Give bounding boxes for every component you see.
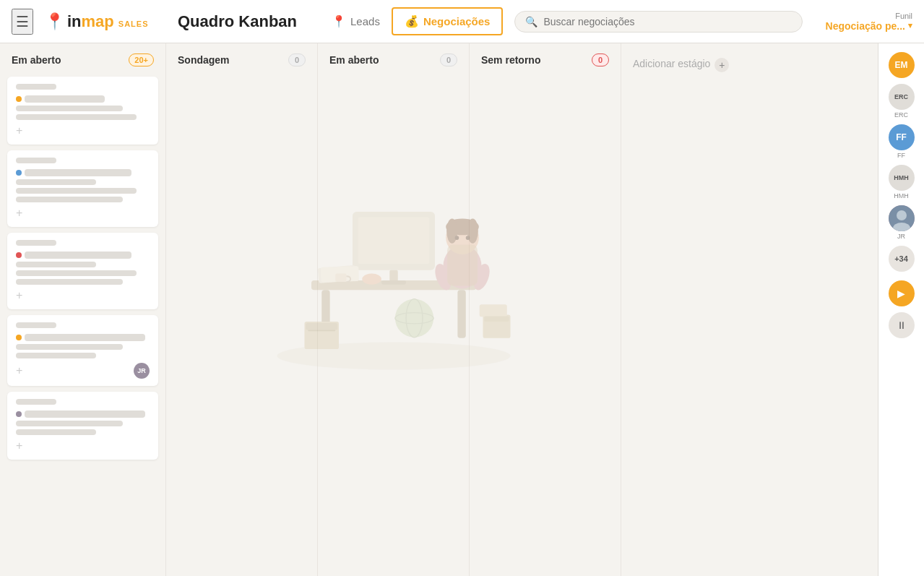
leads-pin-icon: 📍: [332, 14, 346, 28]
search-area: 🔍: [514, 11, 802, 33]
header: ☰ 📍 inmap SALES Quadro Kanban 📍 Leads 💰 …: [0, 0, 924, 43]
card-meta-line: [16, 158, 56, 163]
avatar-circle-ff: FF: [889, 124, 915, 150]
kanban-card[interactable]: +: [7, 392, 158, 460]
card-sub-blur: [16, 262, 96, 267]
column-badge-sondagem: 0: [288, 53, 306, 66]
card-meta-line: [16, 399, 56, 405]
kanban-card[interactable]: +: [7, 150, 158, 227]
card-title-bar: [16, 252, 150, 259]
card-add-icon[interactable]: +: [16, 439, 22, 452]
card-meta: [16, 240, 150, 249]
avatar-img-jr: [889, 205, 915, 231]
kanban-card[interactable]: +: [7, 233, 158, 309]
right-sidebar: EM ERC ERC FF FF HMH HMH JR +34 ▶ ⏸: [878, 43, 924, 576]
card-add-icon[interactable]: +: [16, 124, 22, 137]
tab-negociacoes-label: Negociações: [423, 15, 491, 27]
avatar-ff[interactable]: FF FF: [889, 124, 915, 159]
chevron-down-icon: ▾: [908, 21, 912, 30]
nav-tabs: 📍 Leads 💰 Negociações: [320, 7, 503, 35]
svg-point-19: [466, 236, 470, 240]
svg-point-32: [406, 299, 423, 338]
card-title-bar: [16, 410, 150, 418]
avatar-em[interactable]: EM: [889, 52, 915, 78]
svg-point-18: [455, 236, 459, 240]
column-badge-sem-retorno: 0: [592, 53, 609, 66]
tab-leads[interactable]: 📍 Leads: [320, 9, 392, 34]
column-badge-em-aberto-2: 0: [440, 53, 457, 66]
avatar-circle-hmh: HMH: [889, 165, 915, 191]
menu-button[interactable]: ☰: [12, 9, 33, 35]
card-color-dot: [16, 335, 22, 340]
avatar-label-erc: ERC: [894, 111, 908, 119]
column-header-em-aberto-2: Em aberto 0: [318, 43, 469, 74]
card-footer: + JR: [16, 363, 150, 379]
svg-rect-5: [321, 290, 329, 338]
card-line1: [16, 188, 137, 194]
column-title-sem-retorno: Sem retorno: [481, 54, 540, 66]
avatar-circle-erc: ERC: [889, 84, 915, 110]
avatar-label-ff: FF: [897, 152, 905, 159]
card-add-icon[interactable]: +: [16, 207, 22, 220]
avatar-hmh[interactable]: HMH HMH: [889, 165, 915, 199]
avatar-more-button[interactable]: +34: [889, 246, 915, 272]
pause-button[interactable]: ⏸: [889, 312, 915, 338]
card-name-blur: [25, 334, 145, 341]
funil-label: Funil: [895, 12, 912, 20]
card-sub-blur: [16, 179, 96, 185]
add-stage-button[interactable]: Adicionar estágio +: [621, 48, 751, 82]
logo-text: inmap: [67, 12, 114, 31]
svg-point-30: [395, 299, 433, 338]
svg-point-22: [362, 274, 381, 285]
card-meta-line: [16, 240, 56, 246]
card-line1: [16, 106, 123, 111]
column-title-em-aberto-2: Em aberto: [329, 54, 379, 66]
main-content: Em aberto 20+ +: [0, 43, 878, 576]
search-input[interactable]: [543, 16, 791, 27]
card-name-blur: [25, 95, 105, 103]
play-button[interactable]: ▶: [889, 280, 915, 306]
card-meta: [16, 158, 150, 166]
svg-rect-11: [318, 265, 357, 283]
funil-dropdown[interactable]: Negociação pe... ▾: [826, 20, 912, 32]
column-cards-em-aberto: + +: [0, 74, 165, 576]
card-meta-line: [16, 322, 56, 328]
card-title-bar: [16, 95, 150, 103]
card-color-dot: [16, 252, 22, 258]
card-line1: [16, 421, 123, 426]
tab-negociacoes[interactable]: 💰 Negociações: [392, 7, 504, 35]
kanban-card[interactable]: + JR: [7, 315, 158, 386]
card-add-icon[interactable]: +: [16, 364, 22, 377]
column-em-aberto-2: Em aberto 0: [318, 43, 470, 576]
card-title-bar: [16, 334, 150, 341]
avatar-label-jr: JR: [897, 233, 905, 240]
kanban-card[interactable]: +: [7, 77, 158, 145]
page-title: Quadro Kanban: [178, 12, 297, 31]
logo-area: 📍 inmap SALES: [45, 12, 160, 31]
column-header-em-aberto: Em aberto 20+: [0, 43, 165, 74]
card-add-icon[interactable]: +: [16, 289, 22, 302]
svg-rect-10: [381, 280, 406, 285]
column-title-sondagem: Sondagem: [178, 54, 230, 66]
card-meta: [16, 399, 150, 408]
avatar-erc[interactable]: ERC ERC: [889, 84, 915, 119]
search-wrapper: 🔍: [514, 11, 802, 33]
card-footer: +: [16, 124, 150, 137]
svg-rect-6: [457, 290, 465, 338]
card-meta-line: [16, 84, 56, 90]
kanban-board: Em aberto 20+ +: [0, 43, 878, 576]
svg-point-20: [432, 262, 454, 292]
logo-sales-text: SALES: [118, 20, 149, 28]
add-stage-label: Adicionar estágio: [633, 58, 710, 69]
empty-column-sondagem: [166, 74, 317, 576]
card-meta: [16, 322, 150, 331]
svg-rect-8: [358, 218, 430, 265]
card-meta: [16, 84, 150, 93]
avatar-jr[interactable]: JR: [889, 205, 915, 240]
card-footer: +: [16, 439, 150, 452]
add-stage-column: Adicionar estágio +: [621, 43, 751, 576]
card-line2: [16, 353, 96, 358]
funil-value-text: Negociação pe...: [826, 20, 905, 32]
tab-leads-label: Leads: [350, 15, 380, 27]
card-name-blur: [25, 169, 131, 176]
